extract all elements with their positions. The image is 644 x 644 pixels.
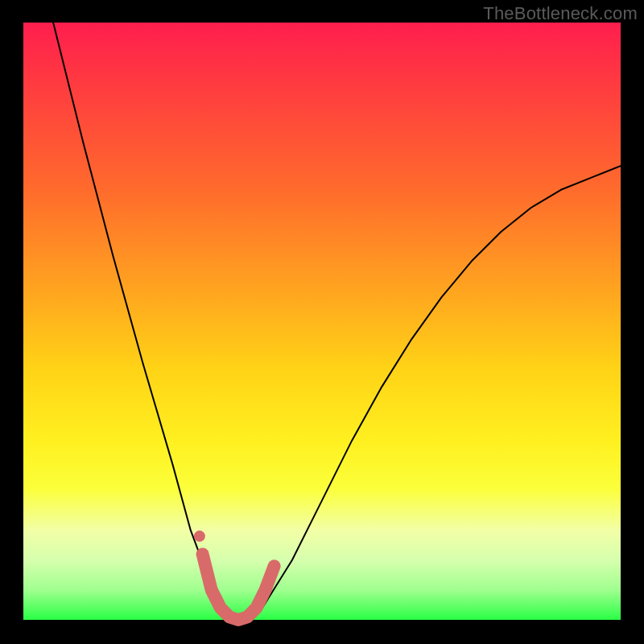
plot-area: [23, 23, 621, 620]
watermark-text: TheBottleneck.com: [483, 3, 638, 24]
bottleneck-curve: [53, 23, 621, 620]
chart-frame: TheBottleneck.com: [0, 0, 644, 644]
marker-path: [203, 554, 275, 620]
marker-dot: [194, 530, 205, 542]
chart-svg: [23, 23, 621, 620]
curve-path: [53, 23, 621, 620]
highlight-markers: [194, 530, 275, 620]
